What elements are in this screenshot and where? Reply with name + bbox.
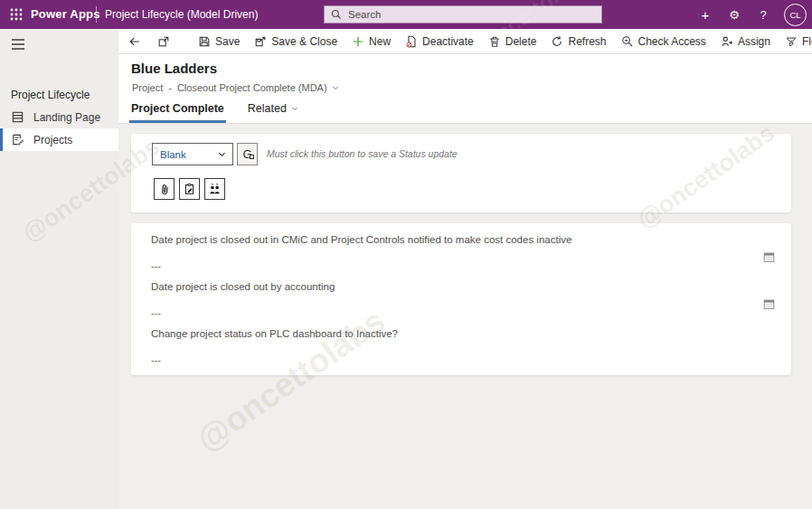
deactivate-icon — [405, 35, 418, 48]
sidebar-item-label: Projects — [33, 134, 72, 146]
save-button[interactable]: Save — [191, 29, 247, 53]
flow-button[interactable]: Flow — [778, 29, 812, 53]
edit-note-icon — [184, 183, 195, 195]
status-card: Blank G Must click this button to save a… — [131, 134, 791, 212]
record-subtitle: Project - Closeout Project Complete (MDA… — [132, 82, 340, 93]
tab-project-complete[interactable]: Project Complete — [131, 102, 224, 123]
command-bar: Save Save & Close New Deactivate Delete … — [118, 29, 812, 54]
app-name[interactable]: Project Lifecycle (Model Driven) — [105, 8, 258, 21]
tab-related-label: Related — [248, 102, 287, 115]
entity-name: Project — [132, 82, 163, 93]
delete-trash-icon — [488, 35, 501, 48]
sidebar-item-landing-page[interactable]: Landing Page — [0, 106, 118, 128]
open-in-new-window-button[interactable] — [149, 29, 178, 53]
people-icon — [208, 183, 222, 195]
app-launcher-icon[interactable] — [9, 7, 24, 22]
help-icon[interactable]: ? — [751, 0, 776, 29]
status-helper-text: Must click this button to save a Status … — [267, 148, 458, 159]
back-button[interactable] — [120, 29, 149, 53]
chevron-down-icon — [290, 104, 299, 113]
refresh-label: Refresh — [568, 35, 606, 48]
global-search[interactable] — [324, 5, 602, 24]
refresh-button[interactable]: Refresh — [543, 29, 613, 53]
subtitle-separator: - — [168, 82, 172, 93]
new-plus-icon — [352, 35, 364, 48]
field-value[interactable]: --- — [151, 354, 755, 365]
flow-icon — [785, 35, 798, 48]
delete-button[interactable]: Delete — [481, 29, 544, 53]
assign-button[interactable]: Assign — [713, 29, 778, 53]
field-value[interactable]: --- — [151, 260, 755, 271]
field-value[interactable]: --- — [151, 307, 755, 318]
edit-note-button[interactable] — [179, 178, 200, 200]
check-access-label: Check Access — [638, 35, 706, 48]
field-label: Change project status on PLC dashboard t… — [151, 328, 755, 339]
sidebar-item-label: Landing Page — [33, 111, 100, 124]
record-header: Blue Ladders Project - Closeout Project … — [118, 54, 812, 124]
form-tabs: Project Complete Related — [131, 102, 299, 123]
save-icon — [198, 35, 211, 48]
settings-gear-icon[interactable]: ⚙ — [722, 0, 747, 29]
chevron-down-icon — [217, 149, 227, 159]
sidebar-group-label: Project Lifecycle — [11, 89, 90, 101]
attachment-button[interactable] — [154, 178, 175, 200]
datepicker-calendar-icon[interactable] — [763, 297, 775, 314]
field-cmic-closeout-date: Date project is closed out in CMiC and P… — [151, 234, 755, 271]
form-name-label: Closeout Project Complete (MDA) — [177, 82, 327, 93]
closeout-details-card: Date project is closed out in CMiC and P… — [131, 223, 791, 375]
check-access-icon — [621, 35, 634, 48]
save-label: Save — [215, 35, 240, 48]
delete-label: Delete — [505, 35, 537, 48]
brand-title[interactable]: Power Apps — [31, 7, 100, 21]
save-close-icon — [254, 35, 267, 48]
deactivate-label: Deactivate — [422, 35, 474, 48]
refresh-icon — [551, 35, 563, 48]
form-content: Blank G Must click this button to save a… — [118, 124, 812, 509]
back-arrow-icon — [128, 35, 141, 48]
record-toolbar — [154, 178, 225, 200]
top-app-bar: Power Apps Project Lifecycle (Model Driv… — [0, 0, 812, 29]
attachment-paperclip-icon — [157, 184, 172, 195]
field-label: Date project is closed out in CMiC and P… — [151, 234, 755, 245]
datepicker-calendar-icon[interactable] — [763, 250, 775, 267]
popout-icon — [157, 35, 170, 48]
landing-page-icon — [11, 110, 24, 124]
record-title: Blue Ladders — [131, 61, 217, 76]
sidebar-item-projects[interactable]: Projects — [0, 128, 118, 151]
field-label: Date project is closed out by accounting — [151, 281, 755, 292]
status-dropdown[interactable]: Blank — [152, 143, 233, 165]
check-access-button[interactable]: Check Access — [614, 29, 713, 53]
field-accounting-closeout-date: Date project is closed out by accounting… — [151, 281, 755, 318]
form-selector[interactable]: Closeout Project Complete (MDA) — [177, 82, 340, 93]
app-window: @oncettolabs @oncettolabs @oncettolabs @… — [0, 0, 812, 509]
search-input[interactable] — [346, 8, 576, 21]
search-icon — [331, 9, 342, 20]
add-icon[interactable]: + — [693, 0, 718, 29]
tab-related[interactable]: Related — [248, 102, 299, 123]
save-close-label: Save & Close — [271, 35, 337, 48]
new-label: New — [369, 35, 391, 48]
status-dropdown-value: Blank — [160, 149, 217, 160]
assign-label: Assign — [738, 35, 770, 48]
projects-icon — [11, 133, 24, 146]
assign-person-icon — [721, 35, 733, 48]
deactivate-button[interactable]: Deactivate — [398, 29, 481, 53]
new-button[interactable]: New — [345, 29, 398, 53]
connections-button[interactable] — [204, 178, 225, 200]
save-status-button[interactable]: G — [237, 143, 258, 165]
chevron-down-icon — [331, 83, 340, 92]
account-avatar[interactable]: CL — [784, 4, 807, 26]
field-plc-status-inactive: Change project status on PLC dashboard t… — [151, 328, 755, 365]
divider — [96, 6, 97, 23]
hamburger-menu-icon[interactable] — [11, 38, 25, 51]
flow-label: Flow — [802, 35, 812, 48]
save-and-close-button[interactable]: Save & Close — [247, 29, 345, 53]
save-status-icon: G — [242, 148, 251, 160]
site-map-sidebar: Project Lifecycle Landing Page Projects — [0, 29, 118, 509]
